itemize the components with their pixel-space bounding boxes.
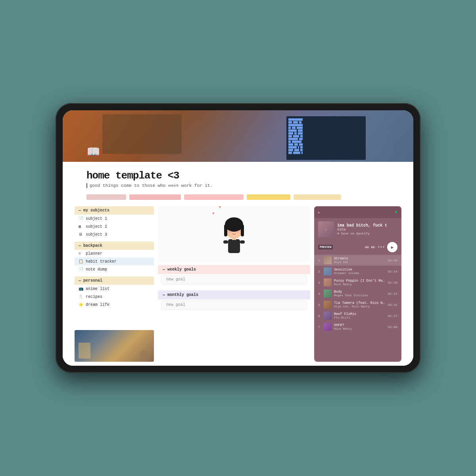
sidebar-item-habit-tracker[interactable]: 📋 habit tracker (75, 257, 154, 265)
track-name-4: Body (334, 290, 386, 294)
tablet-device: ███████████████ ████ ████████████████ ██… (56, 103, 420, 373)
track-name-6: Beef FloMix (334, 312, 386, 316)
track-sub-6: Flo Milli (334, 316, 386, 319)
subtitle-suffix: work for it. (178, 183, 213, 188)
book-icon: 📖 (86, 145, 100, 159)
weekly-new-goal[interactable]: new goal (161, 275, 307, 284)
planner-icon: ≡ (79, 251, 83, 256)
monthly-new-goal[interactable]: new goal (161, 301, 307, 310)
subtitle-prefix: good things come to those who (90, 183, 168, 188)
monthly-goals-header: — monthly goals (158, 290, 310, 299)
save-to-spotify[interactable]: ⊕ Save on Spotify (337, 232, 397, 235)
sidebar-item-note-dump[interactable]: 📄 note dump (75, 265, 154, 273)
subject1-label: subject 1 (86, 217, 107, 221)
track-dur-2: 02:54 (388, 270, 397, 273)
save-label: ⊕ Save on Spotify (337, 232, 370, 235)
track-dur-6: 02:27 (388, 314, 397, 318)
track-row-4[interactable]: 4 Body Megan Thee Stallion 02:51 (314, 288, 401, 299)
sidebar-item-subject1[interactable]: 📄 subject 1 (75, 215, 154, 223)
track-num-6: 6 (318, 314, 321, 318)
sidebar-item-recipes[interactable]: 🍴 recipes (75, 293, 154, 301)
svg-rect-4 (224, 225, 227, 236)
track-art-1 (324, 256, 332, 264)
subtitle-strikethrough: wait (168, 183, 178, 188)
track-num-3: 3 (318, 281, 321, 284)
tablet-screen: ███████████████ ████ ████████████████ ██… (63, 110, 413, 366)
track-name-3: Pussy Poppin (I Don't Really Talk Like T… (334, 279, 386, 283)
dream-life-label: dream life (86, 303, 109, 307)
track-dur-5: 03:31 (388, 303, 397, 307)
track-art-2 (324, 267, 332, 275)
track-row-6[interactable]: 6 Beef FloMix Flo Milli 02:27 (314, 310, 401, 321)
track-art-7 (324, 323, 332, 331)
spotify-icon: ● (395, 209, 397, 215)
note-icon: 📄 (79, 267, 83, 272)
sidebar-item-anime[interactable]: 📺 anime list (75, 285, 154, 293)
svg-rect-9 (223, 240, 228, 244)
playback-controls: PREVIEW ⏮ ⏭ ••• ▶ (314, 240, 401, 255)
track-row-7[interactable]: 7 OHFR? Rico Nasty 02:00 (314, 321, 401, 332)
backpack-header: — backpack (75, 242, 154, 250)
sidebar-item-planner[interactable]: ≡ planner (75, 250, 154, 257)
track-num-2: 2 (318, 270, 321, 273)
sidebar-item-subject2[interactable]: ▦ subject 2 (75, 223, 154, 230)
page-subtitle: good things come to those who wait work … (86, 183, 390, 188)
color-bar-4 (247, 194, 290, 200)
track-details-2: Sensitive Dreamer Isioma (334, 268, 386, 275)
recipes-label: recipes (86, 295, 102, 299)
fork-icon: 🍴 (79, 294, 83, 299)
track-row-3[interactable]: 3 Pussy Poppin (I Don't Really Talk Like… (314, 277, 401, 288)
tv-icon: 📺 (79, 286, 83, 291)
anime-girl-container: ♥ ♥ (158, 206, 310, 262)
left-sidebar: — my subjects 📄 subject 1 ▦ subject 2 🖥 … (75, 206, 154, 362)
current-track-title: ima bad bitch, fuck t (337, 223, 397, 228)
track-sub-3: Rico Nasty (334, 283, 386, 286)
subjects-header: — my subjects (75, 206, 154, 215)
svg-rect-5 (241, 225, 244, 236)
track-details-4: Body Megan Thee Stallion (334, 290, 386, 297)
track-dur-7: 02:00 (388, 325, 397, 329)
track-details-7: OHFR? Rico Nasty (334, 323, 386, 330)
track-details-3: Pussy Poppin (I Don't Really Talk Like T… (334, 279, 386, 286)
svg-rect-0 (228, 239, 240, 253)
track-details-5: Tia Tamera (feat. Rico Nasty) Doja Cat, … (334, 301, 386, 308)
track-sub-2: Dreamer Isioma (334, 272, 386, 275)
track-row-5[interactable]: 5 Tia Tamera (feat. Rico Nasty) Doja Cat… (314, 299, 401, 310)
track-dur-1: 03:46 (388, 259, 397, 262)
control-buttons: ⏮ ⏭ ••• ▶ (365, 242, 397, 252)
track-name-2: Sensitive (334, 268, 386, 272)
habit-icon: 📋 (79, 259, 83, 264)
track-details-6: Beef FloMix Flo Milli (334, 312, 386, 319)
color-bars (63, 191, 413, 203)
subject3-label: subject 3 (86, 232, 107, 237)
track-list: 1 Streets Doja Cat 03:46 2 (314, 255, 401, 362)
color-bar-1 (86, 194, 126, 200)
track-sub-7: Rico Nasty (334, 327, 386, 330)
track-sub-4: Megan Thee Stallion (334, 294, 386, 297)
track-art-6 (324, 312, 332, 320)
track-row-1[interactable]: 1 Streets Doja Cat 03:46 (314, 255, 401, 266)
more-options-button[interactable]: ••• (378, 245, 385, 250)
skip-forward-button[interactable]: ⏭ (371, 245, 375, 250)
current-track-artist: diba (337, 228, 397, 232)
track-name-7: OHFR? (334, 323, 386, 327)
track-sub-5: Doja Cat, Rico Nasty (334, 305, 386, 308)
svg-point-6 (226, 219, 242, 227)
subjects-section: — my subjects 📄 subject 1 ▦ subject 2 🖥 … (75, 206, 154, 238)
preview-badge: PREVIEW (318, 245, 333, 250)
planner-label: planner (86, 251, 102, 256)
color-bar-2 (129, 194, 181, 200)
sidebar-item-dream-life[interactable]: ⭐ dream life (75, 301, 154, 309)
track-num-4: 4 (318, 292, 321, 296)
track-art-4 (324, 290, 332, 298)
habit-tracker-label: habit tracker (86, 259, 117, 264)
skip-back-button[interactable]: ⏮ (365, 245, 369, 250)
play-pause-button[interactable]: ▶ (387, 242, 397, 252)
track-art-5 (324, 301, 332, 309)
middle-column: ♥ ♥ (158, 206, 310, 362)
sidebar-item-subject3[interactable]: 🖥 subject 3 (75, 230, 154, 238)
weekly-goals-section: — weekly goals new goal (158, 265, 310, 286)
spotify-widget: ▶ ● ♪ ima bad bitch, fuck t diba (314, 206, 401, 362)
track-row-2[interactable]: 2 Sensitive Dreamer Isioma 02:54 (314, 266, 401, 277)
track-dur-4: 02:51 (388, 292, 397, 296)
